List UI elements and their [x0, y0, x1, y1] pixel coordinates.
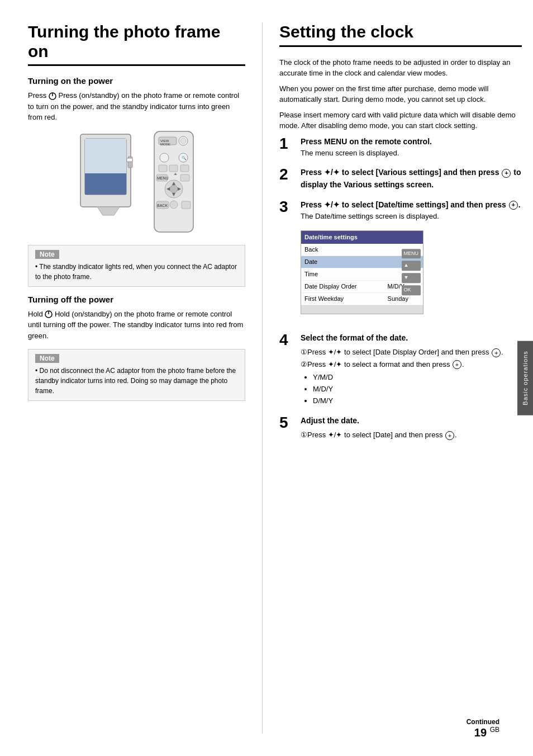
step-4: 4 Select the format of the date. ①Press … [279, 332, 522, 407]
power-icon-off [45, 310, 53, 318]
format-dmy: D/M/Y [313, 395, 522, 407]
turning-off-heading: Turning off the power [28, 295, 245, 304]
steps-list: 1 Press MENU on the remote control. The … [279, 136, 522, 442]
enter-btn-3: + [509, 201, 518, 210]
step-3-content: Press ✦/✦ to select [Date/time settings]… [301, 199, 522, 324]
step-1-content: Press MENU on the remote control. The me… [301, 136, 522, 159]
step-2-number: 2 [279, 167, 295, 182]
continued-label: Continued [467, 718, 499, 726]
svg-rect-4 [85, 173, 126, 195]
step-3: 3 Press ✦/✦ to select [Date/time setting… [279, 199, 522, 324]
turning-on-heading: Turning on the power [28, 76, 245, 86]
power-icon-on [49, 91, 59, 100]
page: Turning the photo frame on Turning on th… [0, 0, 533, 756]
format-ymd: Y/M/D [313, 372, 522, 384]
step-2: 2 Press ✦/✦ to select [Various settings]… [279, 167, 522, 191]
step-4-content: Select the format of the date. ①Press ✦/… [301, 332, 522, 407]
svg-text:MODE: MODE [160, 143, 170, 146]
screen-side-buttons: MENU ▲ ▼ OK [402, 249, 421, 296]
svg-rect-24 [180, 174, 189, 181]
step-5: 5 Adjust the date. ①Press ✦/✦ to select … [279, 415, 522, 442]
substep-4-1: ①Press ✦/✦ to select [Date Display Order… [301, 347, 522, 358]
page-number: 19 GB [467, 726, 499, 739]
svg-text:BACK: BACK [157, 204, 168, 207]
step-5-content: Adjust the date. ①Press ✦/✦ to select [D… [301, 415, 522, 442]
step-2-content: Press ✦/✦ to select [Various settings] a… [301, 167, 522, 191]
date-time-settings-screen: Date/time settings Back Date Time Date D… [301, 230, 423, 314]
left-title: Turning the photo frame on [28, 22, 245, 66]
note-label-2: Note [35, 354, 59, 363]
enter-btn-2: + [502, 169, 511, 178]
right-intro-2: When you power on the first time after p… [279, 83, 522, 105]
svg-point-26 [170, 185, 178, 193]
svg-rect-18 [159, 165, 167, 172]
format-options: Y/M/D M/D/Y D/M/Y [301, 372, 522, 407]
step-5-number: 5 [279, 415, 295, 431]
down-btn: ▼ [402, 273, 421, 284]
remote-control-svg: VIEW MODE 🔍 MENU [149, 129, 199, 235]
step-3-number: 3 [279, 199, 295, 215]
left-column: Turning the photo frame on Turning on th… [28, 22, 263, 734]
right-intro-3: Please insert memory card with valid pic… [279, 110, 522, 131]
step-1: 1 Press MENU on the remote control. The … [279, 136, 522, 159]
svg-point-33 [170, 201, 178, 209]
note-box-1: Note • The standby indicator lights red,… [28, 245, 245, 287]
svg-point-14 [180, 138, 186, 144]
substep-4-2: ②Press ✦/✦ to select a format and then p… [301, 359, 522, 370]
screen-title: Date/time settings [301, 231, 423, 244]
note-text-2: • Do not disconnect the AC adaptor from … [35, 366, 238, 396]
step-4-number: 4 [279, 332, 295, 348]
svg-rect-19 [169, 165, 178, 172]
turning-on-body: Press Press (on/standby) on the photo fr… [28, 90, 245, 123]
svg-point-15 [160, 153, 169, 162]
note-label-1: Note [35, 250, 59, 259]
footer: Continued 19 GB [467, 718, 499, 739]
svg-rect-20 [180, 165, 189, 172]
note-box-2: Note • Do not disconnect the AC adaptor … [28, 349, 245, 401]
side-tab: Basic operations [517, 341, 533, 415]
substep-5-1: ①Press ✦/✦ to select [Date] and then pre… [301, 429, 522, 441]
svg-rect-8 [127, 158, 132, 162]
right-column: Setting the clock The clock of the photo… [263, 22, 522, 734]
photo-frame-svg [75, 129, 142, 218]
right-intro-1: The clock of the photo frame needs to be… [279, 57, 522, 79]
step-4-substeps: ①Press ✦/✦ to select [Date Display Order… [301, 347, 522, 370]
note-text-1: • The standby indicator lights red, when… [35, 262, 238, 282]
step-1-number: 1 [279, 136, 295, 152]
svg-text:MENU: MENU [157, 176, 169, 180]
menu-btn: MENU [402, 249, 421, 259]
turning-off-body: Hold Hold (on/standby) on the photo fram… [28, 309, 245, 342]
up-btn: ▲ [402, 261, 421, 271]
svg-rect-34 [182, 201, 191, 209]
ok-btn: OK [402, 285, 421, 295]
format-mdy: M/D/Y [313, 384, 522, 395]
svg-text:🔍: 🔍 [182, 155, 187, 160]
svg-marker-6 [97, 207, 120, 215]
right-title: Setting the clock [279, 22, 522, 47]
device-illustration: VIEW MODE 🔍 MENU [28, 129, 245, 235]
svg-rect-5 [85, 139, 126, 173]
step-5-substeps: ①Press ✦/✦ to select [Date] and then pre… [301, 429, 522, 441]
